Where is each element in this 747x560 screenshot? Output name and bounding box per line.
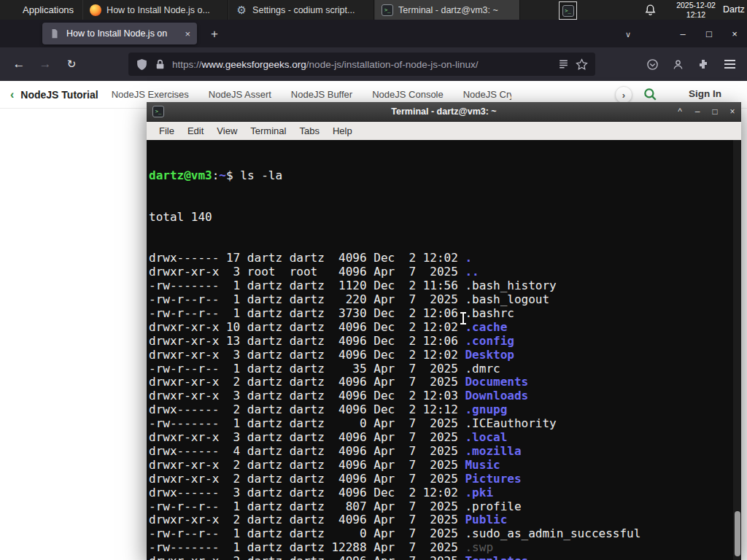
- tab-close-icon[interactable]: ×: [185, 28, 190, 39]
- file-name: .local: [465, 430, 507, 444]
- window-maximize-button[interactable]: □: [697, 20, 721, 47]
- prompt-user-host: dartz@vm3: [149, 168, 212, 182]
- terminal-menubar: FileEditViewTerminalTabsHelp: [147, 122, 741, 141]
- reader-view-icon[interactable]: [557, 58, 570, 71]
- file-name: ..: [465, 265, 479, 279]
- settings-gear-icon: ⚙: [236, 4, 247, 16]
- site-nav-link[interactable]: NodeJS Assert: [209, 89, 271, 100]
- taskbar-item-label: Settings - codium script...: [252, 5, 355, 15]
- tray-terminal-icon: >_: [562, 5, 574, 17]
- url-bar[interactable]: https://www.geeksforgeeks.org/node-js/in…: [128, 52, 595, 76]
- terminal-line: drwx------ 2 dartz dartz 4096 Dec 2 12:1…: [149, 403, 732, 417]
- search-icon[interactable]: [643, 87, 657, 101]
- file-name: Pictures: [465, 472, 521, 486]
- extensions-icon[interactable]: [692, 52, 715, 76]
- taskbar-item-label: Terminal - dartz@vm3: ~: [398, 5, 498, 15]
- desktop-panel: Applications How to Install Node.js o...…: [0, 0, 747, 20]
- window-close-button[interactable]: ×: [723, 20, 746, 47]
- firefox-icon: [90, 4, 101, 16]
- site-nav-link[interactable]: NodeJS Console: [372, 89, 444, 100]
- terminal-close-button[interactable]: ×: [724, 102, 741, 121]
- new-tab-button[interactable]: +: [205, 25, 224, 44]
- site-nav-link[interactable]: NodeJS Exercises: [112, 89, 189, 100]
- terminal-maximize-button[interactable]: □: [706, 102, 724, 121]
- tray-terminal-button[interactable]: >_: [559, 1, 577, 20]
- terminal-line: drwx------ 4 dartz dartz 4096 Apr 7 2025…: [149, 445, 732, 459]
- file-name: Templates: [465, 554, 528, 560]
- tab-favicon: [49, 28, 61, 39]
- terminal-scrollbar-thumb[interactable]: [735, 511, 740, 556]
- terminal-body[interactable]: dartz@vm3:~$ ls -la total 140 drwx------…: [147, 140, 741, 560]
- file-name: .bash_logout: [465, 292, 549, 306]
- site-nav-link[interactable]: NodeJS Crypto: [463, 89, 511, 100]
- terminal-title: Terminal - dartz@vm3: ~: [147, 106, 741, 117]
- window-minimize-button[interactable]: –: [671, 20, 694, 47]
- terminal-total-line: total 140: [149, 211, 732, 225]
- terminal-shade-button[interactable]: ^: [671, 102, 689, 121]
- terminal-menu-item[interactable]: File: [152, 125, 181, 136]
- applications-grid-icon: [7, 5, 17, 15]
- file-name: Public: [465, 513, 507, 526]
- panel-clock[interactable]: 2025-12-02 12:12: [671, 1, 721, 19]
- tracking-shield-icon[interactable]: [136, 58, 148, 71]
- file-name: .dmrc: [465, 362, 500, 376]
- forward-button[interactable]: →: [34, 52, 57, 76]
- prompt-path: ~: [219, 168, 226, 182]
- pocket-icon[interactable]: [640, 52, 664, 76]
- back-button[interactable]: ←: [7, 52, 31, 76]
- site-nav-link[interactable]: NodeJS Buffer: [291, 89, 352, 100]
- terminal-line: -rw------- 1 dartz dartz 1120 Dec 2 11:5…: [149, 279, 732, 293]
- file-name: Music: [465, 458, 500, 472]
- terminal-minimize-button[interactable]: –: [689, 102, 706, 121]
- hamburger-menu-icon[interactable]: [718, 52, 741, 76]
- terminal-output: dartz@vm3:~$ ls -la total 140 drwx------…: [149, 141, 732, 560]
- bookmark-star-icon[interactable]: [576, 58, 588, 71]
- taskbar-item-label: How to Install Node.js o...: [107, 5, 210, 15]
- terminal-menu-item[interactable]: Tabs: [293, 125, 325, 136]
- taskbar-item[interactable]: How to Install Node.js o...: [82, 0, 228, 20]
- panel-user-label: Dartz: [723, 4, 745, 15]
- nav-next-button[interactable]: ›: [615, 86, 632, 104]
- file-name: .pki: [465, 486, 493, 499]
- terminal-line: -rw-r--r-- 1 dartz dartz 807 Apr 7 2025 …: [149, 500, 732, 514]
- file-name: Documents: [465, 375, 528, 389]
- terminal-icon: >_: [382, 4, 393, 16]
- terminal-line: -rw-r--r-- 1 dartz dartz 35 Apr 7 2025 .…: [149, 362, 732, 376]
- terminal-menu-item[interactable]: Help: [326, 125, 359, 136]
- list-all-tabs-icon[interactable]: ∨: [619, 26, 638, 43]
- file-name: .mozilla: [465, 444, 521, 458]
- terminal-line: -rw-r--r-- 1 dartz dartz 0 Apr 7 2025 .s…: [149, 527, 732, 541]
- terminal-line: drwxr-xr-x 2 dartz dartz 4096 Apr 7 2025…: [149, 472, 732, 486]
- terminal-line: drwxr-xr-x 2 dartz dartz 4096 Apr 7 2025…: [149, 513, 732, 527]
- terminal-menu-item[interactable]: View: [210, 125, 244, 136]
- notification-bell-icon[interactable]: [644, 4, 657, 16]
- url-text: https://www.geeksforgeeks.org/node-js/in…: [172, 59, 551, 70]
- taskbar-item[interactable]: ⚙Settings - codium script...: [228, 0, 374, 20]
- file-name: Desktop: [465, 348, 514, 362]
- account-icon[interactable]: [666, 52, 689, 76]
- site-nav-title[interactable]: NodeJS Tutorial: [20, 89, 98, 101]
- terminal-menu-item[interactable]: Edit: [181, 125, 210, 136]
- reload-button[interactable]: ↻: [60, 52, 83, 76]
- lock-icon[interactable]: [154, 58, 166, 71]
- url-host: www.geeksforgeeks.org: [202, 59, 306, 70]
- terminal-line: drwxr-xr-x 2 dartz dartz 4096 Apr 7 2025…: [149, 376, 732, 389]
- terminal-menu-item[interactable]: Terminal: [244, 125, 293, 136]
- file-name: .sudo_as_admin_successful: [465, 526, 640, 540]
- file-name: .cache: [465, 320, 507, 334]
- sign-in-button[interactable]: Sign In: [689, 88, 721, 99]
- terminal-line: drwxr-xr-x 13 dartz dartz 4096 Dec 2 12:…: [149, 335, 732, 349]
- browser-tab[interactable]: How to Install Node.js on ×: [42, 23, 197, 44]
- terminal-titlebar[interactable]: >_ Terminal - dartz@vm3: ~ ^ – □ ×: [147, 102, 741, 122]
- clock-time: 12:12: [671, 10, 721, 20]
- taskbar-item[interactable]: >_Terminal - dartz@vm3: ~: [374, 0, 520, 20]
- file-name: .profile: [465, 499, 521, 513]
- terminal-window: >_ Terminal - dartz@vm3: ~ ^ – □ × FileE…: [147, 102, 741, 560]
- terminal-scrollbar[interactable]: [733, 140, 741, 560]
- terminal-line: -rw-r--r-- 1 dartz dartz 220 Apr 7 2025 …: [149, 293, 732, 307]
- terminal-line: drwxr-xr-x 3 root root 4096 Apr 7 2025 .…: [149, 265, 732, 279]
- nav-prev-icon[interactable]: ‹: [10, 88, 14, 101]
- file-name: .config: [465, 334, 514, 348]
- tab-title: How to Install Node.js on: [66, 28, 179, 39]
- applications-menu-button[interactable]: Applications: [0, 0, 81, 20]
